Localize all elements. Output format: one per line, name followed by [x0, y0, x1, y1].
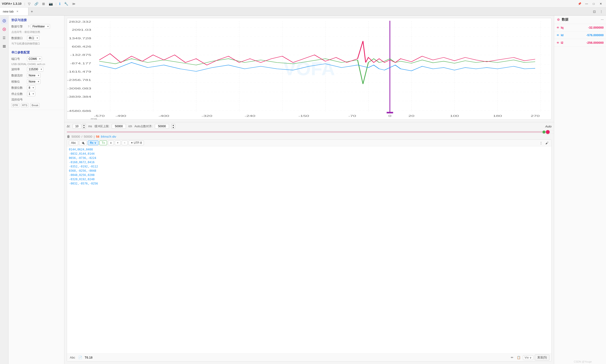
- databits-select-wrap[interactable]: 8: [27, 85, 35, 90]
- iq-eye-icon[interactable]: 👁: [556, 26, 559, 29]
- slider-container[interactable]: [64, 130, 554, 133]
- auto-points-down[interactable]: ▼: [172, 126, 175, 129]
- i2-value: -256.000000: [586, 41, 604, 44]
- icon-arrow-down[interactable]: ▽: [27, 1, 31, 6]
- minus-button[interactable]: −: [122, 141, 128, 145]
- baud-select-wrap[interactable]: 115200: [27, 67, 43, 72]
- port-select[interactable]: COM6: [27, 56, 42, 61]
- stopbits-select-wrap[interactable]: 1: [27, 91, 35, 96]
- auto-points-up[interactable]: ▲: [172, 124, 175, 126]
- maximize-button[interactable]: □: [590, 1, 597, 6]
- data-trigger-select[interactable]: FireWater: [31, 24, 50, 29]
- send-button[interactable]: 发送(S): [535, 354, 549, 361]
- parity-select-wrap[interactable]: None: [27, 79, 40, 84]
- pin-button[interactable]: 📌: [576, 1, 583, 6]
- svg-point-1: [4, 20, 5, 21]
- add-button[interactable]: +: [115, 141, 121, 145]
- minimize-button[interactable]: —: [583, 1, 590, 6]
- console-eraser-icon[interactable]: ✏: [510, 355, 514, 360]
- databits-select[interactable]: 8: [27, 85, 35, 90]
- dtr-button[interactable]: DTR: [11, 103, 19, 107]
- tab-menu-icon[interactable]: ⋮: [598, 9, 604, 14]
- slider-thumb-green[interactable]: [543, 130, 545, 133]
- delta-t-unit: ms: [88, 125, 92, 128]
- abc-button[interactable]: Abc: [69, 141, 78, 145]
- iq-value: -32.000000: [588, 26, 604, 29]
- data-trigger-select-wrap[interactable]: FireWater: [31, 24, 50, 29]
- slider-track[interactable]: [67, 131, 550, 132]
- console-copy-icon[interactable]: 📋: [516, 355, 522, 360]
- console-line: -0320,0192,0240: [69, 177, 549, 182]
- right-panel-header: 数据 ⋯: [554, 16, 606, 24]
- tab-save-icon[interactable]: ⊡: [592, 9, 597, 14]
- sidebar-panel: 协议与连接 数据引擎 ? FireWater 点击问号：前往详细文档 数据接口 …: [9, 16, 64, 364]
- chart-container[interactable]: VOFA 2832.332 2091.03 1349.728 608.426 -…: [67, 18, 552, 120]
- tab-new[interactable]: new tab ✕: [0, 8, 28, 15]
- sidebar-icon-list[interactable]: ☰: [1, 35, 8, 41]
- buffer-input[interactable]: [112, 124, 126, 129]
- svg-text:-874.177: -874.177: [70, 62, 91, 65]
- format-button[interactable]: ≡: [108, 141, 114, 145]
- delta-t-down[interactable]: ▼: [82, 126, 86, 129]
- baud-row: 波特率 115200: [11, 67, 61, 72]
- stopbits-row: 停止位数 1: [11, 91, 61, 96]
- right-panel-menu[interactable]: ⋯: [601, 18, 604, 21]
- console-menu-icon[interactable]: ⋮: [539, 141, 543, 145]
- encoding-select[interactable]: \r\n ∨: [523, 355, 533, 360]
- tab-add-button[interactable]: +: [28, 8, 35, 15]
- tab-actions: ⊡ ⋮: [592, 8, 606, 15]
- console-clear-icon[interactable]: 🖌: [544, 141, 549, 145]
- delta-t-up[interactable]: ▲: [82, 124, 86, 126]
- rts-button[interactable]: RTS: [21, 103, 29, 107]
- console-toolbar: Abc 🔌 Rx ∨ Tx ≡ + − ✦ UTF-8 ⋮ 🖌: [67, 140, 551, 146]
- encoding-button[interactable]: ✦ UTF-8: [129, 141, 144, 145]
- data-trigger-help[interactable]: ?: [28, 25, 29, 28]
- titlebar: VOFA+ 1.3.10 | ▽ 🔗 ⊞ 📷 | ℹ 🔧 ≫ 📌 — □ ✕: [0, 0, 606, 8]
- icon-link[interactable]: 🔗: [33, 1, 39, 6]
- delta-t-input[interactable]: [73, 124, 81, 129]
- data-interface-row: 数据接口 串口: [11, 36, 61, 40]
- sidebar-icon-trigger[interactable]: [1, 26, 8, 33]
- id-eye-icon[interactable]: 👁: [556, 34, 559, 37]
- count-pipe: |: [94, 135, 94, 138]
- stopbits-select[interactable]: 1: [27, 91, 35, 96]
- count-value-1: 50000: [71, 135, 80, 138]
- sep1: |: [24, 2, 25, 5]
- baud-select[interactable]: 115200: [27, 67, 43, 72]
- csdn-watermark: CSDN @Youge: [574, 360, 592, 363]
- console-input-field[interactable]: [84, 356, 509, 359]
- sidebar-icon-layers[interactable]: [1, 43, 8, 50]
- sidebar-icon-connect[interactable]: [1, 17, 8, 24]
- icon-grid[interactable]: ⊞: [41, 1, 46, 6]
- sidebar-section-title: 协议与连接: [11, 18, 61, 22]
- icon-wrench[interactable]: 🔧: [63, 1, 69, 6]
- sep2: |: [56, 2, 56, 5]
- slider-thumb-red[interactable]: [546, 130, 550, 134]
- icon-camera[interactable]: 📷: [48, 1, 54, 6]
- flow-select-wrap[interactable]: None: [27, 73, 40, 78]
- data-interface-select-wrap[interactable]: 串口: [27, 36, 39, 40]
- icon-info[interactable]: ℹ: [58, 1, 61, 6]
- close-button[interactable]: ✕: [597, 1, 604, 6]
- i2-label: I2: [561, 41, 585, 44]
- connect-button[interactable]: 🔌: [79, 141, 87, 145]
- channel-id-row: 👁 Id -576.000000: [554, 31, 606, 39]
- trash-icon[interactable]: 🗑: [67, 135, 70, 138]
- console-line: -0160,0672,0416: [69, 160, 549, 164]
- flow-label: 数据流控: [11, 74, 26, 78]
- break-button[interactable]: Break: [30, 103, 40, 107]
- parity-select[interactable]: None: [27, 79, 40, 84]
- flow-select[interactable]: None: [27, 73, 40, 78]
- rx-button[interactable]: Rx ∨: [88, 141, 99, 145]
- icon-chevron-right[interactable]: ≫: [71, 1, 77, 6]
- i2-eye-icon[interactable]: 👁: [556, 41, 559, 44]
- file-icon[interactable]: 📄: [77, 355, 83, 360]
- console-line: -0832,0144,0144: [69, 152, 549, 156]
- data-interface-select[interactable]: 串口: [27, 36, 39, 40]
- port-select-wrap[interactable]: COM6: [27, 56, 42, 61]
- abc-input-icon[interactable]: Abc: [69, 355, 76, 360]
- tx-button[interactable]: Tx: [99, 141, 107, 145]
- count-value-3: 58: [96, 135, 99, 138]
- tab-close-button[interactable]: ✕: [16, 10, 19, 13]
- auto-points-input[interactable]: [155, 124, 169, 129]
